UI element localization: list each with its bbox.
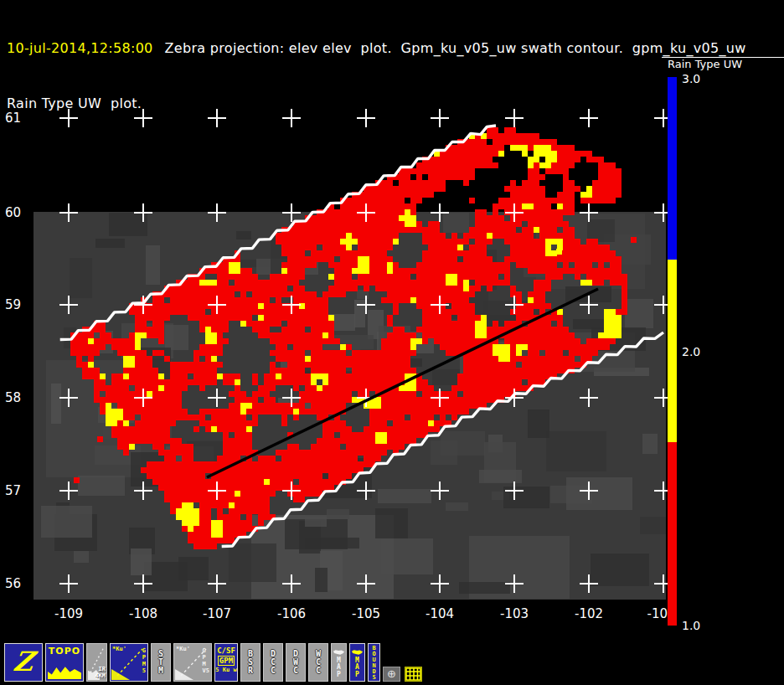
grid-toggle-button[interactable]	[405, 667, 422, 682]
colorbar-segment-red	[668, 442, 677, 626]
plot-description: Zebra projection: elev elev plot. Gpm_ku…	[165, 40, 746, 56]
zebra-z-icon: Z	[4, 646, 43, 677]
stm-label: STM	[152, 650, 170, 675]
lon-tick-label: -102	[575, 606, 603, 621]
lat-tick-label: 58	[5, 390, 21, 405]
dwc-button[interactable]: DWC	[286, 643, 306, 682]
toolbar: ZTOPOIR4KM*Ku'GPM5STM*Ku'GPMV5C/SFGPM5 K…	[0, 638, 784, 682]
colorbar-label-3: 3.0	[682, 72, 700, 85]
csf-gpm-button[interactable]: C/SFGPM5 Ku w	[214, 643, 238, 682]
wcc-label: WCC	[309, 650, 328, 675]
lon-tick-label: -104	[426, 606, 454, 621]
lat-tick-label: 59	[5, 297, 21, 312]
bounds-label: BOUNDS	[369, 646, 379, 681]
map-overlay-button[interactable]: MAP	[331, 643, 347, 682]
bsr-label: BSR	[241, 650, 260, 675]
ir-4km-button[interactable]: IR4KM	[86, 643, 107, 682]
dwc-label: DWC	[286, 650, 305, 675]
topo-button-label: TOPO	[46, 646, 83, 657]
mountain-icon	[48, 662, 81, 679]
map-label: MAP	[350, 657, 364, 679]
grid-icon	[405, 667, 421, 681]
dcc-button[interactable]: DCC	[263, 643, 283, 682]
ku-gpm-v5-button[interactable]: *Ku'GPMV5	[173, 643, 212, 682]
colorbar-label-1: 1.0	[682, 619, 700, 632]
colorbar-segment-yellow	[668, 260, 677, 442]
colorbar-title: Rain Type UW	[668, 58, 742, 70]
gpm-label: GPM5	[142, 647, 146, 674]
lon-tick-label: -108	[129, 606, 157, 621]
topo-button[interactable]: TOPO	[45, 643, 84, 682]
colorbar-segment-blue	[668, 77, 677, 260]
timestamp: 10-jul-2014,12:58:00	[7, 40, 153, 56]
csf-gpm-label: C/SFGPM5 Ku w	[215, 646, 237, 675]
header-line1: 10-jul-2014,12:58:00Zebra projection: el…	[7, 39, 746, 58]
us-map-icon	[352, 648, 364, 657]
lon-tick-label: -105	[352, 606, 380, 621]
header-line2: Rain Type UW plot.	[7, 95, 746, 113]
wcc-button[interactable]: WCC	[308, 643, 328, 682]
lat-tick-label: 60	[5, 205, 21, 220]
dcc-label: DCC	[264, 650, 282, 675]
map-overlay-button-active[interactable]: MAP	[349, 643, 365, 682]
map-label: MAP	[332, 657, 346, 679]
header-annotation: 10-jul-2014,12:58:00Zebra projection: el…	[7, 3, 746, 131]
ir-4km-label: IR4KM	[95, 666, 106, 679]
lon-tick-label: -106	[277, 606, 306, 621]
colorbar-label-2: 2.0	[682, 345, 700, 358]
stm-button[interactable]: STM	[151, 643, 171, 682]
lon-tick-label: -107	[203, 606, 231, 621]
recenter-button[interactable]: ⊕	[383, 667, 400, 682]
bsr-button[interactable]: BSR	[240, 643, 260, 682]
zebra-app-window: { "header": { "timestamp": "10-jul-2014,…	[0, 0, 784, 685]
lon-tick-label: -109	[54, 606, 83, 621]
lat-tick-label: 56	[5, 576, 21, 591]
crosshair-circle-icon: ⊕	[384, 667, 400, 681]
bounds-button[interactable]: BOUNDS	[368, 643, 380, 682]
lon-tick-label: -10	[647, 606, 668, 621]
lat-tick-label: 57	[5, 483, 21, 498]
ku-gpm-5-button[interactable]: *Ku'GPM5	[110, 643, 148, 682]
zebra-logo-button[interactable]: Z	[4, 643, 43, 682]
us-map-icon	[333, 648, 345, 657]
gpm-label: GPMV5	[203, 647, 209, 674]
lon-tick-label: -103	[500, 606, 529, 621]
